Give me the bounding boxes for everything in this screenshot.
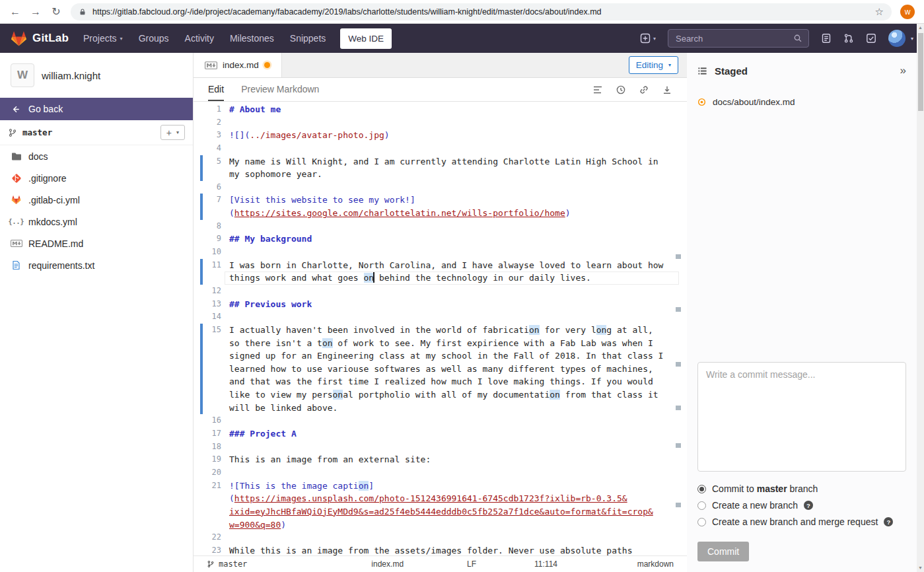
editor-row[interactable]: 18 [194, 441, 687, 454]
page-scrollbar[interactable]: ▲ ▼ [917, 24, 924, 572]
editor-row[interactable]: things work and what goes on behind the … [194, 271, 687, 285]
editor-row[interactable]: 15I actually haven't been involved in th… [194, 324, 687, 337]
editor-row[interactable]: 21![This is the image caption] [194, 480, 687, 493]
format-list-icon[interactable] [592, 85, 603, 95]
editor-row[interactable]: signed up for an Engineering class at my… [194, 349, 687, 363]
bookmark-star-icon[interactable]: ☆ [875, 6, 884, 18]
editor-row[interactable]: 14 [194, 310, 687, 324]
browser-profile-avatar[interactable]: w [900, 5, 915, 19]
code-text: my sophomore year. [229, 168, 687, 181]
reload-icon[interactable]: ↻ [50, 5, 62, 18]
help-icon[interactable]: ? [804, 501, 813, 510]
collapse-panel-icon[interactable]: » [900, 64, 906, 77]
editor-row[interactable]: 12 [194, 285, 687, 298]
avatar-chevron-down-icon: ▾ [911, 36, 913, 42]
scroll-up-arrow-icon[interactable]: ▲ [917, 24, 924, 32]
commit-message-input[interactable] [697, 362, 906, 472]
editor-row[interactable]: 20 [194, 466, 687, 480]
file-item-.gitlab-ci.yml[interactable]: .gitlab-ci.yml [0, 189, 193, 211]
modified-line-indicator [200, 349, 203, 363]
file-item-docs[interactable]: docs [0, 145, 193, 167]
back-icon[interactable]: ← [9, 6, 21, 18]
url-bar[interactable]: https://gitlab.fabcloud.org/-/ide/projec… [71, 3, 892, 20]
commit-option-2[interactable]: Create a new branch and merge request? [697, 517, 906, 527]
todos-icon[interactable] [866, 33, 876, 44]
editor-row[interactable]: 4 [194, 142, 687, 155]
nav-item-snippets[interactable]: Snippets [290, 33, 326, 44]
editor-row[interactable]: 19This is an image from an external site… [194, 453, 687, 466]
editor-row[interactable]: 16 [194, 414, 687, 427]
editor-row[interactable]: 22 [194, 531, 687, 544]
status-cursor-position[interactable]: 11:114 [534, 559, 557, 569]
gitlab-logo[interactable]: GitLab [11, 30, 69, 47]
code-editor[interactable]: 1# About me23![](../images/avatar-photo.… [194, 102, 687, 555]
editor-row[interactable]: 3![](../images/avatar-photo.jpg) [194, 129, 687, 142]
go-back-button[interactable]: Go back [0, 98, 193, 120]
new-file-dropdown-button[interactable]: + ▾ [160, 125, 185, 140]
nav-item-groups[interactable]: Groups [139, 33, 169, 44]
line-number: 7 [194, 194, 221, 207]
scroll-down-arrow-icon[interactable]: ▼ [917, 564, 924, 572]
code-text: # About me [229, 103, 687, 116]
nav-item-web-ide[interactable]: Web IDE [340, 28, 392, 49]
status-eol[interactable]: LF [467, 559, 476, 569]
file-tab-index-md[interactable]: index.md [194, 53, 282, 77]
editor-row[interactable]: so there isn't a ton of work to see. My … [194, 337, 687, 350]
editor-row[interactable]: 8 [194, 220, 687, 233]
editor-row[interactable]: 7[Visit this website to see my work!] [194, 194, 687, 207]
editor-row[interactable]: will be linked above. [194, 402, 687, 415]
editor-row[interactable]: (https://sites.google.com/charlottelatin… [194, 207, 687, 220]
editor-row[interactable]: 6 [194, 181, 687, 194]
radio-button[interactable] [697, 485, 706, 493]
merge-requests-icon[interactable] [843, 33, 854, 44]
file-item-.gitignore[interactable]: .gitignore [0, 167, 193, 189]
editor-row[interactable]: 11I was born in Charlotte, North Carolin… [194, 259, 687, 272]
editor-row[interactable]: 10 [194, 246, 687, 259]
file-item-README.md[interactable]: README.md [0, 232, 193, 254]
editor-row[interactable]: 1# About me [194, 103, 687, 116]
editor-row[interactable]: my sophomore year. [194, 168, 687, 181]
file-item-mkdocs.yml[interactable]: {..}mkdocs.yml [0, 211, 193, 232]
help-icon[interactable]: ? [884, 517, 893, 526]
editor-row[interactable]: 5My name is Will Knight, and I am curren… [194, 155, 687, 168]
nav-item-activity[interactable]: Activity [185, 33, 214, 44]
staged-file-row[interactable]: docs/about/index.md [687, 89, 917, 115]
editing-mode-dropdown[interactable]: Editing ▾ [629, 56, 678, 74]
history-icon[interactable] [616, 85, 626, 95]
issues-icon[interactable] [821, 33, 832, 44]
editor-row[interactable]: 23While this is an image from the assets… [194, 544, 687, 555]
link-icon[interactable] [639, 85, 649, 95]
nav-item-milestones[interactable]: Milestones [230, 33, 274, 44]
new-menu-button[interactable]: ▾ [640, 33, 656, 44]
tab-preview-markdown[interactable]: Preview Markdown [241, 78, 319, 101]
status-branch[interactable]: master [207, 559, 247, 569]
user-avatar[interactable] [888, 30, 906, 47]
editor-row[interactable]: 13## Previous work [194, 298, 687, 311]
scrollbar-thumb[interactable] [918, 33, 923, 111]
editor-row[interactable]: and that was the first time I realized h… [194, 375, 687, 388]
search-box[interactable] [668, 29, 809, 48]
status-language[interactable]: markdown [637, 559, 674, 569]
search-input[interactable] [674, 33, 789, 44]
tab-edit[interactable]: Edit [208, 78, 224, 101]
editor-row[interactable]: learned how to use variouse softwares as… [194, 363, 687, 376]
forward-icon[interactable]: → [30, 6, 42, 18]
editor-row[interactable]: w=900&q=80) [194, 518, 687, 532]
file-name: .gitlab-ci.yml [28, 195, 80, 205]
scrollbar-ruler[interactable] [676, 102, 681, 555]
editor-row[interactable]: 2 [194, 116, 687, 129]
file-item-requirements.txt[interactable]: requirements.txt [0, 254, 193, 276]
chevron-down-icon: ▾ [176, 129, 179, 135]
commit-button[interactable]: Commit [697, 542, 749, 561]
commit-option-0[interactable]: Commit to master branch [697, 483, 906, 494]
editor-row[interactable]: 9## My background [194, 232, 687, 246]
nav-item-projects[interactable]: Projects▾ [83, 33, 123, 44]
commit-option-1[interactable]: Create a new branch? [697, 500, 906, 511]
editor-row[interactable]: ixid=eyJhcHBfaWQiOjEyMDd9&s=ad25f4eb5444… [194, 505, 687, 518]
radio-button[interactable] [697, 501, 706, 510]
editor-row[interactable]: like to view my personal portpholio with… [194, 388, 687, 402]
radio-button[interactable] [697, 518, 706, 526]
editor-row[interactable]: (https://images.unsplash.com/photo-15124… [194, 492, 687, 505]
download-icon[interactable] [662, 85, 672, 95]
editor-row[interactable]: 17### Project A [194, 427, 687, 441]
